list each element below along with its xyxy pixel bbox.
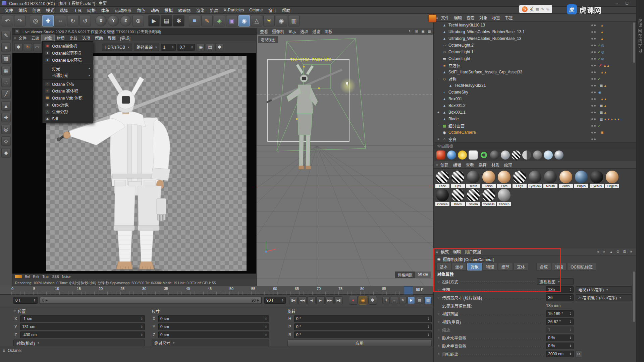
separator[interactable]	[185, 15, 188, 26]
object-manager-scrollbar[interactable]	[633, 22, 635, 63]
anim-dot[interactable]	[438, 312, 442, 315]
dropdown-menu-item[interactable]: ■ Orbx对象	[43, 101, 93, 108]
samples-field[interactable]: 1	[161, 44, 176, 51]
lv-region-icon[interactable]: ▭	[33, 43, 41, 51]
lv-refresh-icon[interactable]: ↻	[24, 43, 32, 51]
object-tags[interactable]: ▲	[598, 37, 633, 41]
viewport-menu-item[interactable]: 面板	[322, 28, 334, 35]
visibility-dots[interactable]	[590, 125, 596, 127]
vp-grid-icon[interactable]: ▦	[427, 29, 432, 34]
material-menu-item[interactable]: 编辑	[451, 162, 464, 168]
object-tags[interactable]: ✓	[598, 77, 633, 81]
object-name[interactable]: Ultraborg_WiresCables_RubberBase_13.1	[448, 29, 525, 34]
object-row[interactable]: + 空白	[434, 136, 636, 142]
material-sphere[interactable]	[529, 171, 541, 183]
record-button[interactable]: ●	[349, 296, 358, 305]
fov-vertical-field[interactable]: 26.67 °	[546, 318, 574, 325]
object-name[interactable]: 空白	[448, 136, 457, 142]
material-sphere[interactable]	[467, 189, 480, 201]
menu-item[interactable]: 帮助	[279, 6, 293, 14]
ime-keyboard-icon[interactable]: ▦	[536, 7, 539, 11]
sun-light-icon[interactable]	[458, 150, 467, 160]
maximize-button[interactable]: ▢	[622, 0, 632, 6]
material-menu-item[interactable]: 选择	[476, 162, 489, 168]
object-row[interactable]: TechHeavyKit231 ▦ ▲	[434, 82, 636, 89]
lock-icon[interactable]: ⊡	[622, 249, 627, 254]
pattern-material-icon[interactable]	[512, 150, 521, 160]
object-row[interactable]: + Box001.1 ▦ ▲	[434, 109, 636, 116]
object-manager-menu-item[interactable]: 对象	[477, 14, 490, 21]
menu-item[interactable]: Octane	[247, 7, 265, 13]
object-name[interactable]: TechHeavyKit110.13	[448, 23, 485, 27]
render-pass-tab[interactable]: Refr	[33, 275, 40, 279]
sensor-size-field[interactable]: 36	[546, 294, 574, 301]
menu-icon[interactable]	[14, 36, 16, 40]
material-item[interactable]: Cornea	[435, 189, 450, 206]
object-row[interactable]: 立方体 ✗ ▲▲	[434, 62, 636, 69]
ime-toolbox-icon[interactable]: ⊞	[546, 7, 549, 11]
dark-material-icon[interactable]	[490, 150, 499, 160]
object-tags[interactable]: ▲▲	[598, 70, 633, 74]
menu-icon[interactable]	[436, 249, 438, 254]
object-row[interactable]: − 细分曲面 ✓	[434, 122, 636, 129]
dropdown-menu-item[interactable]: ● OctaneHDR环境	[43, 56, 93, 63]
model-mode-icon[interactable]: ■	[1, 43, 11, 52]
fov-field[interactable]: 15.189 °	[546, 310, 574, 317]
object-manager-menu-item[interactable]: 编辑	[451, 14, 464, 21]
beauty-swatch[interactable]	[15, 275, 22, 278]
attribute-tab[interactable]: 立体	[514, 263, 528, 270]
object-row[interactable]: Ultraborg_WiresCables_RubberBase_13 ▲	[434, 35, 636, 42]
object-row[interactable]: Box001.2 ▦ ▲	[434, 102, 636, 109]
object-manager-menu-item[interactable]: 标签	[490, 14, 502, 21]
mini-screen-icon[interactable]: ▥	[424, 297, 432, 304]
vp-layout-icon[interactable]: ⊞	[414, 29, 419, 34]
object-row[interactable]: Ultraborg_WiresCables_RubberBase_13.1 ▲	[434, 28, 636, 35]
subdivision-icon[interactable]: ◈	[214, 15, 225, 26]
object-tags[interactable]: ✓ ◎	[598, 50, 633, 54]
undo-icon[interactable]: ↶	[2, 15, 13, 26]
menu-item[interactable]: 扩展	[207, 6, 221, 14]
render-pass-tab[interactable]: SSS	[52, 275, 59, 279]
attribute-tab[interactable]: 坐标	[452, 263, 467, 270]
material-sphere[interactable]	[436, 171, 449, 183]
visibility-dots[interactable]	[590, 71, 596, 73]
edges-mode-icon[interactable]: ╱	[1, 89, 11, 99]
rotation-b-field[interactable]: 0 °	[294, 331, 432, 338]
material-sphere[interactable]	[482, 171, 495, 183]
focal-preset-dropdown[interactable]: 电视 (135毫米)	[576, 286, 632, 293]
object-name[interactable]: OctaneCamera	[448, 130, 476, 135]
live-viewer-menu-item[interactable]: 材质	[54, 35, 67, 41]
rotation-p-field[interactable]: 0 °	[294, 323, 432, 330]
material-item[interactable]: Fingern	[605, 171, 620, 188]
target-distance-field[interactable]: 2000 cm	[546, 351, 574, 357]
material-menu-item[interactable]: 查看	[464, 162, 476, 168]
viewport-label[interactable]: 透视视图	[258, 36, 278, 43]
object-row[interactable]: Box001 ▲▲	[434, 96, 636, 102]
object-name[interactable]: 对称	[448, 76, 457, 82]
visibility-dots[interactable]	[590, 78, 596, 80]
axis-z-lock[interactable]: Z	[120, 15, 131, 26]
object-name[interactable]: OctaneLight.2	[448, 43, 474, 48]
visibility-dots[interactable]	[590, 98, 596, 100]
visibility-dots[interactable]	[590, 24, 596, 26]
object-name[interactable]: TechHeavyKit231	[454, 83, 486, 88]
live-viewer-menu-item[interactable]: 比较	[67, 35, 80, 41]
axis-x-lock[interactable]: X	[95, 15, 107, 26]
anim-dot[interactable]	[438, 280, 442, 283]
menu-item[interactable]: 网格	[85, 6, 98, 14]
object-row[interactable]: OctaneLight.1 ✓ ◎	[434, 49, 636, 55]
live-viewer-menu-item[interactable]: 选项	[80, 35, 93, 41]
anim-dot[interactable]	[438, 296, 442, 299]
attribute-scrollbar[interactable]	[633, 272, 635, 322]
material-sphere[interactable]	[590, 171, 603, 183]
material-item[interactable]: Torso	[481, 171, 496, 188]
visibility-dots[interactable]	[590, 85, 596, 86]
position-z-field[interactable]: -430 cm	[20, 331, 145, 338]
render-pass-tab[interactable]: Ref	[25, 275, 30, 279]
polygons-mode-icon[interactable]: ▲	[1, 101, 11, 111]
menu-item[interactable]: 工具	[71, 6, 85, 14]
material-menu-item[interactable]: 创建	[438, 162, 451, 168]
torus-preset-icon[interactable]	[479, 150, 488, 160]
object-tags[interactable]: ✓ ◎	[598, 57, 633, 61]
material-item[interactable]: Irises	[450, 189, 465, 206]
